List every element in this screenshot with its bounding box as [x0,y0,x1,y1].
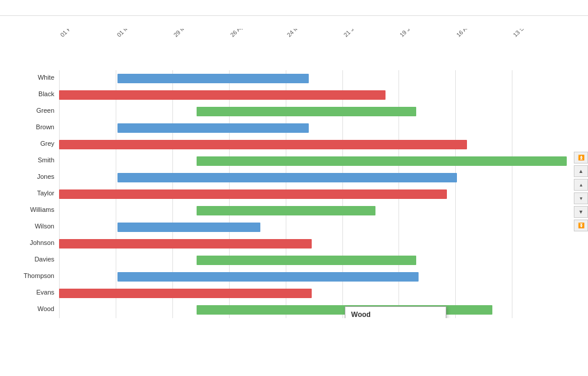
x-label: 01 Mar 17 [116,29,139,38]
x-label: 13 Sep 17 [512,29,535,38]
y-label-wilson: Wilson [0,218,59,234]
y-label-black: Black [0,86,59,102]
tooltip-name: Wood [351,310,440,318]
bar-row [59,202,569,219]
gantt-bar[interactable] [59,189,447,199]
y-label-brown: Brown [0,119,59,135]
header [0,6,588,16]
x-label: 29 Mar 17 [172,29,196,38]
tooltip: Wood Promo End Date 9/21/2017 [345,306,446,318]
scroll-button-1[interactable]: ▲ [574,165,588,177]
gantt-bar[interactable] [197,107,416,116]
gantt-bar[interactable] [117,74,309,83]
scroll-button-2[interactable]: ▴ [574,179,588,191]
y-label-jones: Jones [0,168,59,185]
bar-row [59,70,569,87]
chart-body: 01 Feb 1701 Mar 1729 Mar 1726 Apr 1724 M… [59,29,569,318]
y-label-williams: Williams [0,201,59,218]
x-label: 24 May 17 [286,29,310,38]
y-label-white: White [0,69,59,86]
gantt-bar[interactable] [59,289,312,298]
bar-row [59,269,569,285]
y-label-johnson: Johnson [0,234,59,251]
bar-row [59,302,569,318]
y-label-evans: Evans [0,284,59,300]
bar-row [59,285,569,302]
y-label-davies: Davies [0,251,59,267]
y-label-thompson: Thompson [0,267,59,284]
bar-row [59,169,569,186]
y-label-taylor: Taylor [0,185,59,201]
bar-row [59,103,569,120]
x-label: 26 Apr 17 [229,29,251,38]
timeline-container: WhiteBlackGreenBrownGreySmithJonesTaylor… [0,0,588,376]
bar-row [59,153,569,169]
y-label-green: Green [0,102,59,119]
x-label: 19 Jul 17 [398,29,420,38]
gantt-bar[interactable] [117,173,457,182]
x-label: 16 Aug 17 [455,29,479,38]
y-axis: WhiteBlackGreenBrownGreySmithJonesTaylor… [0,29,59,318]
bar-row [59,219,569,236]
bar-row [59,252,569,269]
x-label: 21 Jun 17 [342,29,365,38]
bar-row [59,186,569,202]
gantt-bar[interactable] [197,206,375,215]
bar-row [59,236,569,252]
gantt-bar[interactable] [117,123,309,133]
scroll-button-5[interactable]: ⏬ [574,220,588,231]
gantt-bar[interactable] [117,223,260,232]
scroll-button-3[interactable]: ▾ [574,192,588,204]
y-label-grey: Grey [0,135,59,152]
bar-row [59,120,569,136]
gantt-bar[interactable] [197,256,416,265]
grid-and-bars: Wood Promo End Date 9/21/2017 ↖ [59,70,569,318]
bar-row [59,136,569,153]
pagination-text [0,16,588,23]
gantt-bar[interactable] [117,272,419,282]
gantt-bar[interactable] [59,90,386,100]
gantt-bar[interactable] [197,156,566,166]
chart-area: WhiteBlackGreenBrownGreySmithJonesTaylor… [0,23,588,324]
scroll-button-4[interactable]: ▼ [574,206,588,218]
bar-row [59,87,569,103]
x-label: 01 Feb 17 [59,29,83,38]
scroll-controls: ⏫▲▴▾▼⏬ [574,29,588,318]
y-label-wood: Wood [0,300,59,317]
x-axis: 01 Feb 1701 Mar 1729 Mar 1726 Apr 1724 M… [59,34,569,69]
gantt-bar[interactable] [59,140,467,149]
scroll-button-0[interactable]: ⏫ [574,152,588,164]
gantt-bar[interactable] [59,239,312,249]
y-label-smith: Smith [0,152,59,168]
